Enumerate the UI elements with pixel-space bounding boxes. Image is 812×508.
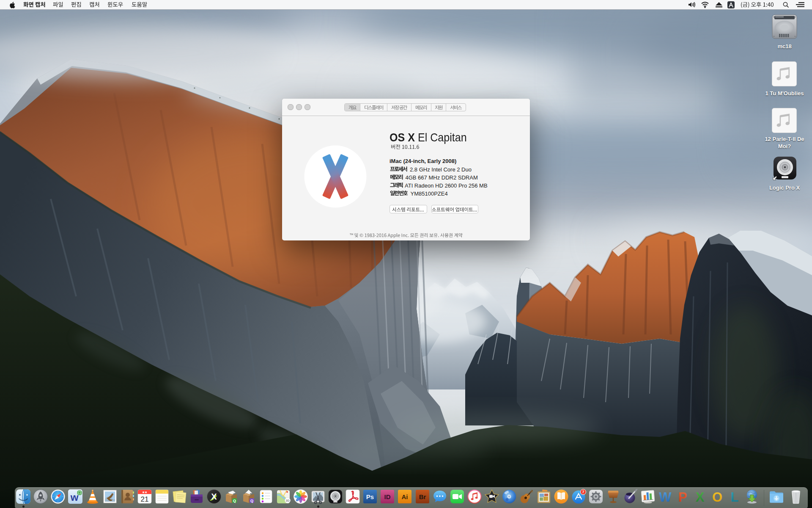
svg-text:Br: Br [419,493,426,500]
svg-text:O: O [712,490,722,504]
svg-text:Q: Q [250,499,253,503]
svg-text:W: W [659,490,672,504]
svg-text:7: 7 [582,490,584,494]
svg-text:Q: Q [233,499,236,503]
svg-text:21: 21 [141,495,149,503]
svg-text:Ai: Ai [402,493,408,500]
svg-text:Ps: Ps [366,493,374,500]
svg-text:ID: ID [384,493,391,500]
svg-text:X: X [695,490,704,504]
svg-text:3D: 3D [286,499,290,502]
svg-text:P: P [678,490,687,504]
svg-text:L: L [730,490,738,504]
svg-text:X: X [211,492,217,501]
